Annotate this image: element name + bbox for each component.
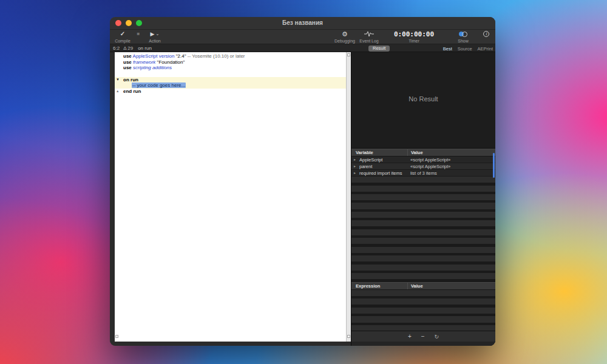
fold-open-icon[interactable]: ▼: [116, 77, 120, 83]
code-line-blank: [115, 71, 346, 77]
selected-text[interactable]: -- your code goes here...: [132, 83, 186, 88]
cursor-status: 6:2 Δ 29 on run: [113, 46, 152, 51]
code-scrollbar[interactable]: [346, 52, 351, 342]
toolbar: ✓ Compile ■ ▶ ⌄ Action ⚙ Debugging: [110, 30, 495, 44]
timer-display: 0:00:00:00: [394, 31, 434, 38]
disclosure-triangle-icon[interactable]: ▸: [354, 170, 356, 177]
titlebar[interactable]: Без названия: [110, 17, 495, 30]
desktop-wallpaper: Без названия ✓ Compile ■ ▶ ⌄ Action ⚙ De: [0, 0, 607, 364]
expressions-toolbar: + − ↻: [351, 331, 495, 342]
show-label: Show: [458, 39, 469, 43]
code-editor[interactable]: use AppleScript version "2.4" -- Yosemit…: [115, 52, 346, 342]
variables-table-header: Variable Value: [351, 149, 495, 157]
no-result-text: No Result: [351, 95, 495, 103]
result-pane: No Result: [351, 52, 495, 149]
run-icon: ▶: [151, 31, 155, 37]
expression-column-header[interactable]: Expression: [356, 283, 380, 289]
variable-row[interactable]: ▸ AppleScript «script AppleScript»: [351, 157, 495, 163]
run-action-button[interactable]: ▶ ⌄ Action: [143, 30, 167, 44]
action-label: Action: [149, 39, 160, 43]
info-button[interactable]: i: [481, 30, 492, 44]
value-column-header[interactable]: Value: [407, 283, 423, 289]
size-indicator: Δ 29: [123, 46, 133, 51]
variable-column-header[interactable]: Variable: [356, 149, 373, 156]
tab-aeprint[interactable]: AEPrint: [478, 46, 493, 52]
tab-best[interactable]: Best: [443, 46, 452, 52]
show-button[interactable]: Show: [446, 30, 481, 44]
stop-icon: ■: [137, 31, 140, 37]
stop-button[interactable]: ■: [134, 30, 143, 44]
code-line: use framework "Foundation": [115, 59, 346, 66]
chevron-down-icon: ⌄: [156, 31, 160, 37]
remove-expression-button[interactable]: −: [421, 334, 425, 340]
timer-widget: 0:00:00:00 Timer: [391, 30, 437, 44]
debugger-panel: No Result Variable Value ▸ AppleScript «…: [351, 52, 495, 346]
variable-row[interactable]: ▸ parent «script AppleScript»: [351, 163, 495, 170]
compile-check-icon: ✓: [120, 31, 125, 37]
expressions-table-header: Expression Value: [351, 282, 495, 290]
main-content: use AppleScript version "2.4" -- Yosemit…: [110, 52, 495, 346]
compile-button[interactable]: ✓ Compile: [112, 30, 133, 44]
disclosure-triangle-icon[interactable]: ▸: [354, 163, 356, 170]
code-line-end-run: ▲ end run: [115, 89, 346, 95]
add-expression-button[interactable]: +: [408, 334, 412, 340]
fold-column-marker-icon: [115, 335, 118, 338]
script-editor-window: Без названия ✓ Compile ■ ▶ ⌄ Action ⚙ De: [110, 17, 495, 346]
variables-empty-rows: [351, 177, 495, 282]
panel-filler: [351, 342, 495, 346]
code-line-on-run: ▼ on run: [115, 77, 346, 83]
context-indicator: on run: [138, 46, 152, 51]
variable-row[interactable]: ▸ required import items list of 3 items: [351, 170, 495, 177]
code-line: use scripting additions: [115, 65, 346, 71]
scroll-marker-icon: [347, 335, 350, 338]
refresh-icon[interactable]: ↻: [435, 334, 439, 340]
timer-label: Timer: [409, 39, 419, 43]
disclosure-triangle-icon[interactable]: ▸: [354, 157, 356, 163]
outline-circle-icon: [462, 32, 467, 37]
variables-table: ▸ AppleScript «script AppleScript» ▸ par…: [351, 157, 495, 177]
cursor-position: 6:2: [113, 46, 120, 51]
compile-label: Compile: [115, 39, 131, 43]
expressions-empty-rows: [351, 290, 495, 331]
waveform-icon: [364, 31, 374, 37]
window-title: Без названия: [110, 19, 495, 26]
show-circles-icon: [459, 31, 467, 37]
result-view-tabs: Best Source AEPrint: [443, 46, 493, 52]
value-column-header[interactable]: Value: [407, 149, 423, 156]
code-line-selected: -- your code goes here...: [115, 83, 346, 89]
status-bar: 6:2 Δ 29 on run Result Best Source AEPri…: [110, 44, 495, 52]
tab-result[interactable]: Result: [368, 46, 390, 52]
code-line: use AppleScript version "2.4" -- Yosemit…: [115, 53, 346, 59]
event-log-label: Event Log: [359, 39, 379, 43]
event-log-button[interactable]: Event Log: [353, 30, 385, 44]
debugging-label: Debugging: [334, 39, 355, 43]
tab-source[interactable]: Source: [458, 46, 472, 52]
info-icon: i: [483, 31, 489, 37]
scroll-marker-icon: [347, 53, 350, 56]
fold-close-icon[interactable]: ▲: [116, 89, 119, 95]
gear-icon: ⚙: [342, 31, 348, 37]
scrollbar-thumb[interactable]: [493, 153, 495, 178]
